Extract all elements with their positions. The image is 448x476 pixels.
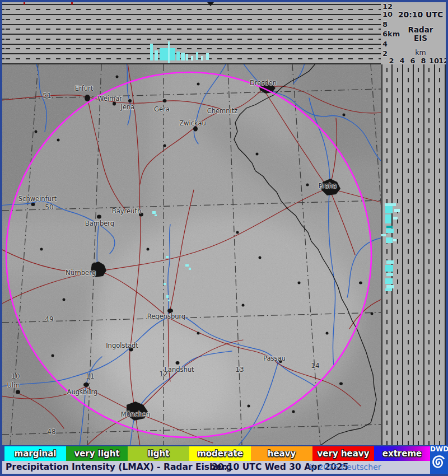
height-axis-tick: 12: [382, 2, 402, 11]
road-edge-tick: [24, 2, 25, 4]
precip-echo: [160, 48, 175, 60]
city-label: Augsburg: [67, 388, 98, 396]
city-label: Praha: [319, 182, 337, 190]
height-gridline: [445, 64, 446, 445]
height-gridline: [2, 14, 381, 15]
precip-echo: [168, 300, 170, 301]
legend-label: marginal: [15, 449, 57, 459]
legend-item-marginal: marginal: [4, 446, 66, 461]
precip-echo: [164, 283, 166, 285]
precip-echo: [385, 214, 391, 223]
city-label: Passau: [263, 354, 286, 362]
height-gridline: [391, 64, 393, 445]
precip-echo: [166, 295, 169, 298]
road-edge-tick: [71, 2, 73, 4]
precip-echo: [393, 217, 398, 220]
status-bar: Precipitation Intensity (LMAX) - Radar E…: [2, 461, 430, 474]
legend-label: very light: [74, 449, 119, 459]
precip-echo: [155, 50, 158, 60]
distance-axis-tick: 4: [399, 57, 404, 64]
height-gridline: [2, 4, 381, 5]
precip-echo: [394, 209, 400, 212]
distance-axis-tick: 10: [429, 57, 439, 64]
city-label: Landshut: [164, 366, 194, 374]
latitude-label: 48: [47, 428, 55, 436]
height-gridline-dashed: [2, 48, 381, 49]
longitude-label: 11: [86, 372, 94, 380]
city-label: Regensburg: [147, 312, 186, 320]
city-label: Gera: [154, 105, 170, 113]
legend-label: very heavy: [318, 449, 370, 459]
height-gridline: [434, 64, 435, 445]
distance-axis-tick: 8: [421, 57, 426, 64]
precip-echo: [393, 239, 396, 241]
city-label: Chemnitz: [207, 107, 238, 115]
longitude-label: 14: [311, 362, 319, 370]
precip-echo: [386, 237, 393, 243]
city-label: Nürnberg: [66, 269, 96, 277]
distance-axis-tick: 12: [438, 57, 446, 64]
map-area: Erfurt Weimar Jena Gera Chemnitz Zwickau…: [2, 64, 381, 445]
precip-echo: [181, 53, 185, 60]
height-gridline: [2, 53, 381, 54]
precip-echo: [386, 273, 393, 276]
precip-echo: [386, 260, 394, 264]
city-label: Ingolstadt: [106, 342, 138, 349]
legend-label: moderate: [197, 449, 243, 459]
precip-echo: [201, 56, 203, 60]
precip-echo: [166, 256, 169, 258]
city-label: Dresden: [250, 79, 277, 87]
height-gridline-dashed: [428, 64, 430, 445]
distance-axis-tick: 6: [410, 57, 415, 64]
height-gridline: [413, 64, 414, 445]
longitude-label: 12: [159, 370, 167, 378]
legend-item-extreme: extreme: [374, 446, 430, 461]
precip-echo: [385, 265, 393, 272]
height-gridline: [381, 64, 382, 445]
distance-axis-tick: 2: [389, 57, 394, 64]
height-gridline-dashed: [439, 64, 440, 445]
legend-item-very-light: very light: [66, 446, 128, 461]
city-label: Jena: [121, 103, 135, 111]
city-label: Zwickau: [179, 119, 206, 127]
longitude-label: 10: [11, 372, 20, 380]
vertical-profile-top-panel: [2, 2, 381, 64]
precip-echo: [176, 52, 180, 60]
longitude-label: 13: [235, 366, 244, 374]
height-gridline-dashed: [397, 64, 398, 445]
precip-echo: [385, 206, 393, 213]
precip-echo: [150, 44, 153, 60]
vertical-profile-right-panel: [381, 64, 446, 445]
legend-item-heavy: heavy: [251, 446, 312, 461]
precip-echo: [386, 228, 394, 233]
height-gridline: [2, 34, 381, 35]
height-gridline-dashed: [2, 39, 381, 40]
precip-echo: [386, 226, 393, 228]
height-gridline: [2, 44, 381, 45]
latitude-label: 50: [45, 203, 53, 211]
legend-label: extreme: [382, 449, 422, 459]
precip-echo: [185, 264, 189, 267]
latitude-label: 49: [45, 315, 53, 323]
radar-position-marker: [207, 2, 214, 6]
precip-echo: [385, 278, 393, 284]
radar-name-line2: EIS: [396, 34, 445, 43]
precip-echo: [168, 41, 170, 63]
height-gridline: [402, 64, 403, 445]
precip-echo: [152, 211, 156, 214]
axis-unit-label: km: [396, 48, 445, 57]
height-gridline: [423, 64, 424, 445]
legend-item-moderate: moderate: [189, 446, 251, 461]
intensity-legend: marginal very light light moderate heavy…: [2, 445, 430, 461]
precip-echo: [381, 234, 386, 236]
city-label: Weimar: [97, 95, 122, 102]
copyright-label: © 2025 Deutscher Wetterdienst: [308, 461, 430, 476]
info-box: 12 10 8 6km 4 2 20:10 UTC Radar EIS km 2…: [381, 2, 446, 64]
legend-item-very-heavy: very heavy: [312, 446, 374, 461]
city-label: Ulm: [7, 381, 20, 389]
dwd-logo: DWD: [430, 445, 448, 474]
height-gridline-dashed: [2, 9, 381, 10]
precip-echo: [191, 56, 193, 60]
height-gridline: [2, 24, 381, 25]
legend-label: light: [148, 449, 170, 459]
